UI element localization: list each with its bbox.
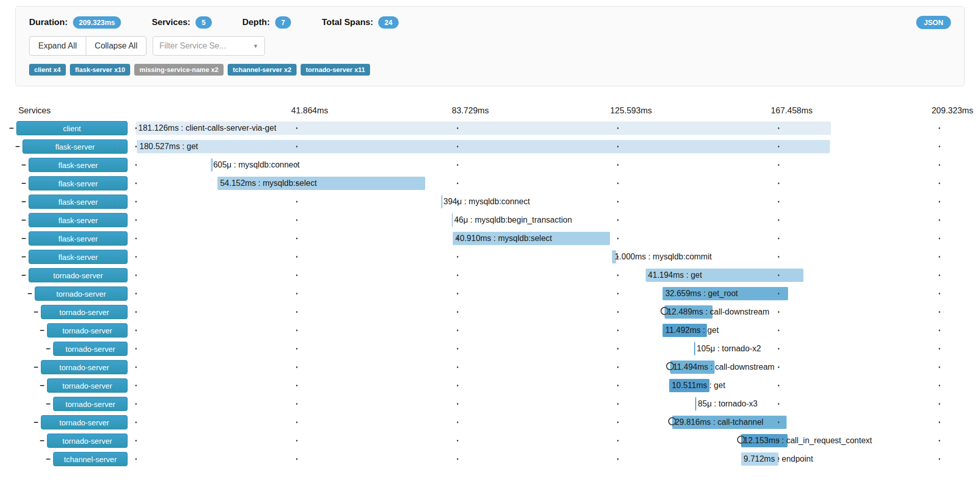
expand-all-button[interactable]: Expand All xyxy=(29,36,86,56)
trace-row[interactable]: – flask-server 54.152ms : mysqldb:select xyxy=(0,174,980,193)
trace-row[interactable]: – flask-server 394μ : mysqldb:connect xyxy=(0,193,980,211)
filter-service-select[interactable]: Filter Service Se... ▼ xyxy=(153,36,265,56)
service-button[interactable]: tornado-server xyxy=(53,342,128,356)
service-tag[interactable]: flask-server x10 xyxy=(70,64,130,76)
service-button[interactable]: client xyxy=(16,121,128,135)
trace-row[interactable]: – tornado-server 85μ : tornado-x3 xyxy=(0,395,980,413)
service-button[interactable]: flask-server xyxy=(29,213,128,227)
service-cell: – tornado-server xyxy=(0,413,136,431)
span-label: 1.000ms : mysqldb:commit xyxy=(612,248,712,266)
collapse-toggle[interactable]: – xyxy=(34,413,41,431)
trace-row[interactable]: – tornado-server 12.153ms : call_in_requ… xyxy=(0,431,980,450)
service-button[interactable]: tchannel-server xyxy=(53,452,128,466)
service-button[interactable]: tornado-server xyxy=(41,415,128,429)
span-timeline: 105μ : tornado-x2 xyxy=(136,340,939,358)
service-button[interactable]: tornado-server xyxy=(41,360,128,374)
collapse-toggle[interactable]: – xyxy=(9,119,16,137)
collapse-toggle[interactable]: – xyxy=(46,340,53,358)
service-cell: – tornado-server xyxy=(0,376,136,395)
service-button[interactable]: flask-server xyxy=(29,231,128,246)
trace-rows: – client 181.126ms : client-calls-server… xyxy=(0,119,980,468)
tick-label: 125.593ms xyxy=(610,106,652,115)
collapse-toggle[interactable]: – xyxy=(21,211,29,229)
collapse-toggle[interactable]: – xyxy=(40,431,47,450)
trace-summary-panel: Duration:209.323msServices:5Depth:7Total… xyxy=(15,6,965,86)
collapse-toggle[interactable]: – xyxy=(28,284,35,303)
span-label: 11.492ms : get xyxy=(663,321,719,340)
collapse-toggle[interactable]: – xyxy=(21,229,29,248)
collapse-all-button[interactable]: Collapse All xyxy=(86,36,147,56)
span-timeline: 41.194ms : get xyxy=(136,266,939,284)
trace-row[interactable]: – tornado-server 11.494ms : call-downstr… xyxy=(0,358,980,376)
trace-row[interactable]: – flask-server 40.910ms : mysqldb:select xyxy=(0,229,980,248)
collapse-toggle[interactable]: – xyxy=(34,303,41,321)
trace-row[interactable]: – tornado-server 29.816ms : call-tchanne… xyxy=(0,413,980,431)
tick-label: 41.864ms xyxy=(291,106,328,115)
chevron-down-icon: ▼ xyxy=(253,43,258,49)
tick-labels: 41.864ms83.729ms125.593ms167.458ms209.32… xyxy=(136,106,939,119)
trace-row[interactable]: – flask-server 46μ : mysqldb:begin_trans… xyxy=(0,211,980,229)
time-header: Services 41.864ms83.729ms125.593ms167.45… xyxy=(0,105,980,119)
collapse-toggle[interactable]: – xyxy=(46,395,53,413)
stat-badge: 7 xyxy=(275,16,291,29)
span-label: 32.659ms : get_root xyxy=(663,284,738,303)
stat-label: Services: xyxy=(152,17,190,28)
service-tag[interactable]: client x4 xyxy=(29,64,66,76)
service-tag[interactable]: tchannel-server x2 xyxy=(228,64,297,76)
trace-row[interactable]: – tornado-server 105μ : tornado-x2 xyxy=(0,340,980,358)
trace-row[interactable]: – tornado-server 10.511ms : get xyxy=(0,376,980,395)
collapse-toggle[interactable]: – xyxy=(46,450,53,468)
service-tag[interactable]: tornado-server x11 xyxy=(301,64,370,76)
service-button[interactable]: flask-server xyxy=(29,250,128,264)
span-timeline: 85μ : tornado-x3 xyxy=(136,395,939,413)
service-button[interactable]: tornado-server xyxy=(47,434,128,448)
span-timeline: 40.910ms : mysqldb:select xyxy=(136,229,939,248)
service-button[interactable]: tornado-server xyxy=(35,286,128,301)
service-button[interactable]: flask-server xyxy=(29,195,128,209)
trace-row[interactable]: – tornado-server 11.492ms : get xyxy=(0,321,980,340)
service-cell: – flask-server xyxy=(0,248,136,266)
trace-controls: Expand All Collapse All Filter Service S… xyxy=(29,36,951,56)
collapse-toggle[interactable]: – xyxy=(40,376,47,395)
span-label: 11.494ms : call-downstream xyxy=(670,358,774,376)
trace-row[interactable]: – tornado-server 41.194ms : get xyxy=(0,266,980,284)
trace-row[interactable]: – flask-server 180.527ms : get xyxy=(0,137,980,156)
span-label: 54.152ms : mysqldb:select xyxy=(217,174,316,193)
service-button[interactable]: tornado-server xyxy=(47,378,128,393)
service-button[interactable]: tornado-server xyxy=(47,323,128,338)
service-cell: – tornado-server xyxy=(0,266,136,284)
span-timeline: 394μ : mysqldb:connect xyxy=(136,193,939,211)
span-label: 85μ : tornado-x3 xyxy=(695,395,757,413)
collapse-toggle[interactable]: – xyxy=(21,266,29,284)
service-cell: – tornado-server xyxy=(0,340,136,358)
service-tag[interactable]: missing-service-name x2 xyxy=(134,64,224,76)
span-label: 605μ : mysqldb:connect xyxy=(211,156,300,174)
trace-row[interactable]: – tchannel-server 9.712ms : endpoint xyxy=(0,450,980,468)
collapse-toggle[interactable]: – xyxy=(21,174,29,193)
collapse-toggle[interactable]: – xyxy=(21,193,29,211)
service-button[interactable]: flask-server xyxy=(22,139,128,154)
service-button[interactable]: flask-server xyxy=(29,176,128,190)
span-timeline: 9.712ms : endpoint xyxy=(136,450,939,468)
service-cell: – tornado-server xyxy=(0,431,136,450)
trace-row[interactable]: – tornado-server 32.659ms : get_root xyxy=(0,284,980,303)
span-label: 105μ : tornado-x2 xyxy=(694,340,761,358)
collapse-toggle[interactable]: – xyxy=(15,137,22,156)
span-label: 180.527ms : get xyxy=(137,137,198,156)
collapse-toggle[interactable]: – xyxy=(21,248,29,266)
trace-row[interactable]: – flask-server 605μ : mysqldb:connect xyxy=(0,156,980,174)
service-button[interactable]: flask-server xyxy=(29,158,128,172)
collapse-toggle[interactable]: – xyxy=(34,358,41,376)
trace-row[interactable]: – tornado-server 12.489ms : call-downstr… xyxy=(0,303,980,321)
service-button[interactable]: tornado-server xyxy=(29,268,128,282)
json-button[interactable]: JSON xyxy=(916,16,951,29)
service-button[interactable]: tornado-server xyxy=(53,397,128,411)
collapse-toggle[interactable]: – xyxy=(21,156,29,174)
service-cell: – flask-server xyxy=(0,229,136,248)
span-bar[interactable] xyxy=(137,140,829,153)
collapse-toggle[interactable]: – xyxy=(40,321,47,340)
service-button[interactable]: tornado-server xyxy=(41,305,128,319)
stat-label: Depth: xyxy=(242,17,270,28)
trace-row[interactable]: – flask-server 1.000ms : mysqldb:commit xyxy=(0,248,980,266)
trace-row[interactable]: – client 181.126ms : client-calls-server… xyxy=(0,119,980,137)
